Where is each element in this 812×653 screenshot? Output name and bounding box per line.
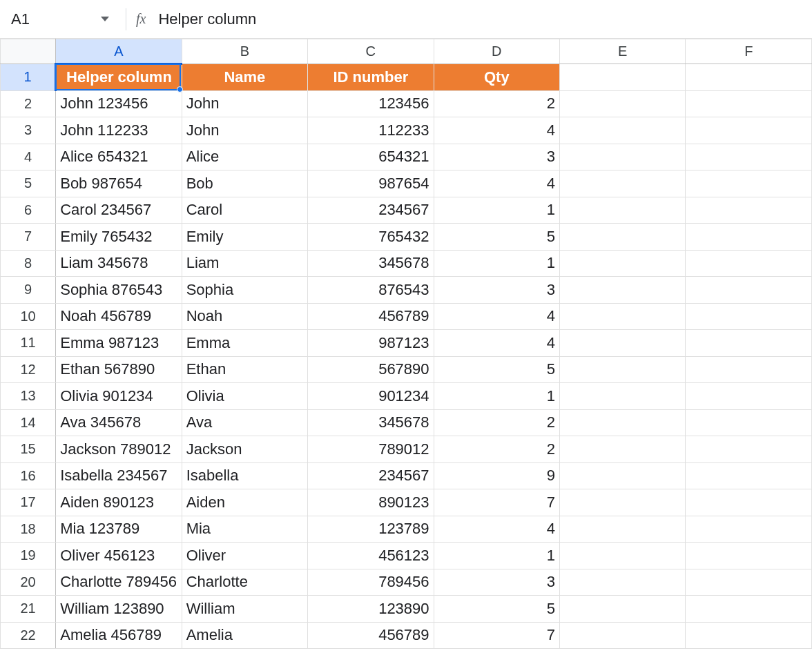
col-header-e[interactable]: E <box>560 39 686 64</box>
cell-B20[interactable]: Charlotte <box>182 569 307 596</box>
row-header-17[interactable]: 17 <box>1 489 56 516</box>
cell-D10[interactable]: 4 <box>434 303 559 330</box>
cell-B6[interactable]: Carol <box>182 197 307 224</box>
cell-A13[interactable]: Olivia 901234 <box>56 383 182 410</box>
cell-D11[interactable]: 4 <box>434 330 559 357</box>
cell-C16[interactable]: 234567 <box>308 462 434 489</box>
cell-D6[interactable]: 1 <box>434 197 559 224</box>
cell-D16[interactable]: 9 <box>434 462 559 489</box>
cell-D19[interactable]: 1 <box>434 543 559 569</box>
cell-C18[interactable]: 123789 <box>308 516 434 543</box>
cell-C5[interactable]: 987654 <box>308 170 434 197</box>
cell-E14[interactable] <box>560 409 686 436</box>
cell-E16[interactable] <box>560 462 686 489</box>
row-header-7[interactable]: 7 <box>1 224 56 251</box>
cell-E8[interactable] <box>560 250 686 277</box>
cell-B15[interactable]: Jackson <box>182 436 307 463</box>
cell-C3[interactable]: 112233 <box>308 117 434 144</box>
cell-A3[interactable]: John 112233 <box>56 117 182 144</box>
cell-A1[interactable]: Helper column <box>56 64 182 91</box>
cell-E13[interactable] <box>560 383 686 410</box>
row-header-8[interactable]: 8 <box>1 250 56 277</box>
cell-D21[interactable]: 5 <box>434 596 559 623</box>
cell-F8[interactable] <box>686 250 812 277</box>
cell-C4[interactable]: 654321 <box>308 144 434 170</box>
cell-D1[interactable]: Qty <box>434 64 559 91</box>
cell-C17[interactable]: 890123 <box>308 489 434 516</box>
cell-D5[interactable]: 4 <box>434 170 559 197</box>
row-header-2[interactable]: 2 <box>1 90 56 117</box>
cell-B18[interactable]: Mia <box>182 516 307 543</box>
cell-B19[interactable]: Oliver <box>182 543 307 569</box>
cell-F4[interactable] <box>686 144 812 170</box>
cell-B8[interactable]: Liam <box>182 250 307 277</box>
row-header-1[interactable]: 1 <box>1 64 56 91</box>
cell-B5[interactable]: Bob <box>182 170 307 197</box>
cell-F6[interactable] <box>686 197 812 224</box>
chevron-down-icon[interactable] <box>101 17 109 21</box>
cell-B3[interactable]: John <box>182 117 307 144</box>
row-header-15[interactable]: 15 <box>1 436 56 463</box>
row-header-21[interactable]: 21 <box>1 596 56 623</box>
cell-F20[interactable] <box>686 569 812 596</box>
cell-F14[interactable] <box>686 409 812 436</box>
cell-F16[interactable] <box>686 462 812 489</box>
row-header-9[interactable]: 9 <box>1 277 56 304</box>
cell-E2[interactable] <box>560 90 686 117</box>
row-header-3[interactable]: 3 <box>1 117 56 144</box>
cell-E15[interactable] <box>560 436 686 463</box>
row-header-12[interactable]: 12 <box>1 356 56 383</box>
row-header-19[interactable]: 19 <box>1 543 56 569</box>
cell-F19[interactable] <box>686 543 812 569</box>
cell-E12[interactable] <box>560 356 686 383</box>
cell-C22[interactable]: 456789 <box>308 622 434 649</box>
cell-E17[interactable] <box>560 489 686 516</box>
cell-B11[interactable]: Emma <box>182 330 307 357</box>
cell-B7[interactable]: Emily <box>182 224 307 251</box>
select-all-corner[interactable] <box>1 39 56 64</box>
cell-B1[interactable]: Name <box>182 64 307 91</box>
cell-C8[interactable]: 345678 <box>308 250 434 277</box>
row-header-11[interactable]: 11 <box>1 330 56 357</box>
cell-B14[interactable]: Ava <box>182 409 307 436</box>
name-box[interactable]: A1 <box>6 6 116 33</box>
cell-A20[interactable]: Charlotte 789456 <box>56 569 182 596</box>
cell-A22[interactable]: Amelia 456789 <box>56 622 182 649</box>
cell-D14[interactable]: 2 <box>434 409 559 436</box>
cell-F12[interactable] <box>686 356 812 383</box>
cell-A8[interactable]: Liam 345678 <box>56 250 182 277</box>
cell-E20[interactable] <box>560 569 686 596</box>
formula-input[interactable]: Helper column <box>158 10 256 28</box>
cell-D3[interactable]: 4 <box>434 117 559 144</box>
row-header-10[interactable]: 10 <box>1 303 56 330</box>
cell-C21[interactable]: 123890 <box>308 596 434 623</box>
cell-A18[interactable]: Mia 123789 <box>56 516 182 543</box>
cell-B4[interactable]: Alice <box>182 144 307 170</box>
cell-F22[interactable] <box>686 622 812 649</box>
cell-A6[interactable]: Carol 234567 <box>56 197 182 224</box>
cell-D20[interactable]: 3 <box>434 569 559 596</box>
cell-B16[interactable]: Isabella <box>182 462 307 489</box>
cell-B22[interactable]: Amelia <box>182 622 307 649</box>
cell-A21[interactable]: William 123890 <box>56 596 182 623</box>
cell-D18[interactable]: 4 <box>434 516 559 543</box>
cell-E9[interactable] <box>560 277 686 304</box>
cell-B2[interactable]: John <box>182 90 307 117</box>
cell-F2[interactable] <box>686 90 812 117</box>
cell-C7[interactable]: 765432 <box>308 224 434 251</box>
cell-F21[interactable] <box>686 596 812 623</box>
cell-E10[interactable] <box>560 303 686 330</box>
cell-E22[interactable] <box>560 622 686 649</box>
cell-E5[interactable] <box>560 170 686 197</box>
cell-B17[interactable]: Aiden <box>182 489 307 516</box>
cell-B13[interactable]: Olivia <box>182 383 307 410</box>
cell-D22[interactable]: 7 <box>434 622 559 649</box>
cell-F9[interactable] <box>686 277 812 304</box>
cell-E4[interactable] <box>560 144 686 170</box>
cell-C10[interactable]: 456789 <box>308 303 434 330</box>
cell-E11[interactable] <box>560 330 686 357</box>
cell-F18[interactable] <box>686 516 812 543</box>
row-header-22[interactable]: 22 <box>1 622 56 649</box>
col-header-c[interactable]: C <box>308 39 434 64</box>
cell-B9[interactable]: Sophia <box>182 277 307 304</box>
